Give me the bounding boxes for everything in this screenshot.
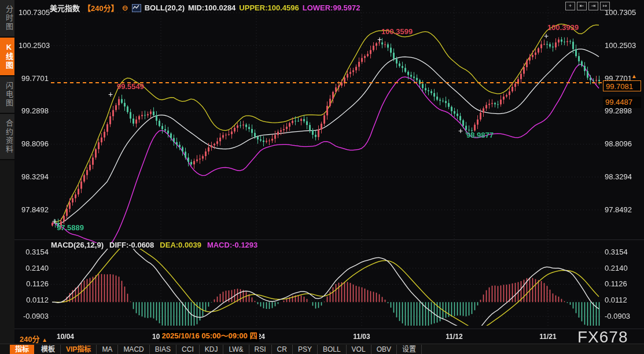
- price-axis-label-left: 99.7701: [19, 74, 49, 83]
- sidebar-item-kline-chart[interactable]: K线图: [0, 38, 14, 76]
- scale-left-icon[interactable]: ⇤: [577, 2, 587, 10]
- price-axis-label-right: 98.8096: [605, 139, 632, 148]
- symbol-name: 美元指数: [50, 2, 80, 13]
- price-axis-label-left: 98.3294: [19, 172, 49, 181]
- price-axis-label-left: 99.2898: [19, 106, 49, 115]
- price-axis-label-left: 98.8096: [19, 139, 49, 148]
- price-axis-label-left: 100.7305: [19, 8, 49, 17]
- chart-header: 美元指数 【240分】 ⊖ BOLL(20,2) MID:100.0284 UP…: [50, 2, 360, 13]
- indicator-tab-VIP指标[interactable]: VIP指标: [61, 345, 97, 354]
- macd-axis-label-left: 0.2140: [19, 264, 49, 272]
- price-extreme-annotation: 100.3939: [547, 23, 579, 32]
- indicator-tab-BOLL[interactable]: BOLL: [318, 345, 347, 354]
- macd-axis-label-left: 0.3154: [19, 248, 49, 256]
- period-label: 【240分】: [83, 2, 119, 13]
- price-extreme-annotation: 97.5889: [57, 223, 84, 232]
- reference-price-box: 99.4487: [603, 97, 641, 108]
- date-axis-label: 11/21: [539, 333, 556, 341]
- boll-lower-value: LOWER:99.5972: [303, 3, 360, 12]
- macd-axis-label-right: -0.0903: [605, 312, 630, 320]
- indicator-tab-CCI[interactable]: CCI: [176, 345, 200, 354]
- indicator-tab-BIAS[interactable]: BIAS: [150, 345, 176, 354]
- price-scroll-arrow-icon[interactable]: ▲: [631, 73, 637, 79]
- date-axis-label: 11/12: [446, 333, 462, 341]
- date-axis-label: 11/03: [353, 333, 370, 341]
- sidebar-item-flash-chart[interactable]: 闪电图: [0, 76, 14, 114]
- macd-diff-value: DIFF:-0.0608: [109, 241, 154, 249]
- price-axis-label-left: 100.2503: [19, 41, 49, 50]
- price-axis-label-left: 97.8492: [19, 205, 49, 214]
- price-axis-label-right: 98.3294: [605, 172, 632, 181]
- scale-right-icon[interactable]: ⇥: [588, 2, 598, 10]
- indicator-tab-LW&[interactable]: LW&: [223, 345, 249, 354]
- boll-mid-value: MID:100.0284: [188, 3, 235, 12]
- macd-axis-label-right: 0.3154: [605, 248, 628, 256]
- indicator-tab-PSY[interactable]: PSY: [293, 345, 318, 354]
- chart-application-window: 分时图 K线图 闪电图 合约资料 美元指数 【240分】 ⊖ BOLL(20,2…: [0, 0, 644, 354]
- indicator-tab-MACD[interactable]: MACD: [118, 345, 149, 354]
- indicator-tab-MA[interactable]: MA: [97, 345, 118, 354]
- extreme-cross-marker-icon: +: [458, 126, 463, 135]
- extreme-cross-marker-icon: +: [52, 216, 57, 226]
- period-arrow-icon: ▲: [42, 337, 47, 343]
- extreme-cross-marker-icon: +: [544, 31, 549, 40]
- pan-right-icon[interactable]: ↦: [600, 2, 610, 10]
- boll-label: BOLL(20,2): [145, 3, 185, 12]
- price-axis-label-right: 100.2503: [605, 41, 636, 50]
- date-axis-label: 10/04: [57, 333, 74, 341]
- indicator-tab-设置[interactable]: 设置: [397, 345, 422, 354]
- indicator-tab-指标[interactable]: 指标: [10, 345, 34, 354]
- crosshair-date-tooltip: 2025/10/16 05:00～09:00 四: [160, 330, 259, 342]
- macd-macd-value: MACD:-0.1293: [207, 241, 257, 249]
- macd-header: MACD(26,12,9) DIFF:-0.0608 DEA:0.0039 MA…: [51, 241, 257, 249]
- sidebar-item-contract-info[interactable]: 合约资料: [0, 114, 14, 160]
- collapse-indicator-icon[interactable]: ⊖: [122, 3, 128, 12]
- indicator-tab-OBV[interactable]: OBV: [371, 345, 397, 354]
- indicator-tab-KDJ[interactable]: KDJ: [200, 345, 224, 354]
- extreme-cross-marker-icon: +: [108, 90, 113, 99]
- kline-type-icon[interactable]: [132, 4, 141, 12]
- indicator-tab-CR[interactable]: CR: [272, 345, 293, 354]
- macd-axis-label-left: 0.1126: [19, 279, 49, 288]
- crosshair-icon[interactable]: +: [565, 2, 575, 10]
- price-extreme-annotation: 100.3599: [381, 27, 413, 36]
- price-extreme-annotation: 99.5549: [117, 82, 144, 91]
- sidebar-item-time-chart[interactable]: 分时图: [0, 0, 14, 38]
- chart-toolbar-icons: + ⇤ ⇥ ↦: [565, 2, 610, 10]
- macd-axis-label-left: 0.0112: [19, 296, 49, 304]
- macd-axis-label-right: 0.2140: [605, 264, 628, 272]
- macd-axis-label-right: 0.1126: [605, 279, 627, 288]
- price-extreme-annotation: 98.9877: [466, 131, 494, 139]
- period-selector[interactable]: 240分 ▲: [20, 333, 47, 344]
- macd-axis-label-left: -0.0903: [19, 312, 49, 320]
- indicator-tab-模板[interactable]: 模板: [36, 345, 61, 354]
- current-price-box: 99.7081: [603, 80, 641, 91]
- extreme-cross-marker-icon: +: [377, 35, 382, 44]
- kline-macd-chart-canvas[interactable]: [0, 0, 644, 354]
- macd-label: MACD(26,12,9): [51, 241, 104, 249]
- price-axis-label-right: 97.8492: [605, 205, 632, 214]
- indicator-tab-VOL[interactable]: VOL: [347, 345, 371, 354]
- chart-mode-sidebar: 分时图 K线图 闪电图 合约资料: [0, 0, 14, 344]
- indicator-tab-RSI[interactable]: RSI: [249, 345, 272, 354]
- period-text: 240分: [20, 335, 40, 344]
- macd-dea-value: DEA:0.0039: [160, 241, 201, 249]
- indicator-toolbar: 指标模板VIP指标MAMACDBIASCCIKDJLW&RSICRPSYBOLL…: [0, 344, 644, 354]
- macd-axis-label-right: 0.0112: [605, 296, 627, 304]
- boll-upper-value: UPPER:100.4596: [239, 3, 299, 12]
